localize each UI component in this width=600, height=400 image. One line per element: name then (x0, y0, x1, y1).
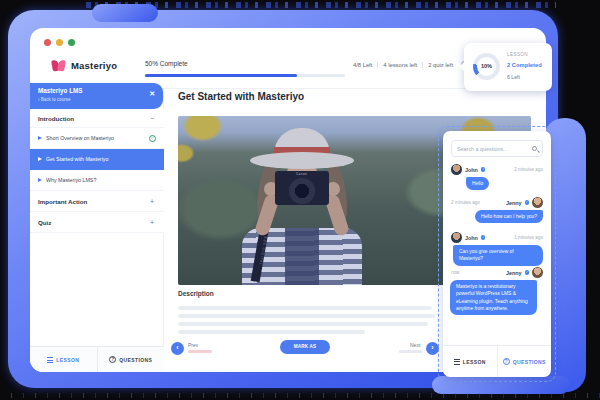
completed-check-icon (149, 135, 156, 142)
question-search (451, 140, 543, 157)
section-label: Important Action (38, 198, 150, 205)
message-time: 1 minutes ago (514, 235, 543, 240)
message-header: now Jenny (451, 267, 543, 278)
header-stats: 4/8 Left 4 lessons left 2 quiz left (348, 61, 468, 68)
stat-quiz-left: 2 quiz left (422, 62, 458, 68)
message-header: John 1 minutes ago (451, 232, 543, 243)
tab-lesson[interactable]: LESSON (443, 346, 497, 377)
tab-questions-label: QUESTIONS (119, 357, 152, 363)
verified-badge-icon (481, 235, 486, 240)
next-label: Next (410, 342, 420, 348)
section-quiz[interactable]: Quiz + (30, 212, 164, 233)
message-bubble: Can you give overview of Masteriyo? (453, 245, 543, 266)
lesson-item-label: Why Masteriyo LMS? (46, 177, 156, 183)
camera-lens (289, 178, 315, 204)
message-time: now (451, 270, 459, 275)
course-title: Masteriyo LMS (38, 87, 82, 94)
course-progress-fill (145, 74, 297, 77)
message-time: 2 minutes ago (451, 200, 480, 205)
lesson-item-label: Get Started with Masteriyo (46, 156, 156, 162)
verified-badge-icon (481, 167, 486, 172)
play-icon (38, 178, 42, 182)
author-name: John (465, 235, 478, 241)
message-bubble: Masteriyo is a revolutionary powerful Wo… (450, 280, 537, 315)
prev-skeleton-line (188, 350, 212, 353)
lesson-icon (47, 357, 53, 363)
section-introduction[interactable]: Introduction − (30, 110, 164, 128)
sidebar-item-short-overview[interactable]: Short Overview on Masteriyo (30, 128, 164, 149)
message-bubble: Hello how can I help you? (475, 210, 543, 223)
sidebar-item-get-started[interactable]: Get Started with Masteriyo (30, 149, 164, 170)
section-label: Introduction (38, 115, 150, 122)
camera-strap: EOS DIGITAL (250, 220, 270, 283)
sidebar-close-icon[interactable]: ✕ (149, 90, 155, 97)
camera: Canon (275, 171, 329, 205)
chat-footer-tabs: LESSON QUESTIONS (443, 345, 551, 377)
description-skeleton-line (178, 330, 365, 334)
camera-brand-label: Canon (275, 171, 329, 177)
sidebar-item-why-masteriyo[interactable]: Why Masteriyo LMS? (30, 170, 164, 191)
traffic-light-close-icon[interactable] (44, 39, 51, 46)
masteriyo-logo: Masteriyo (52, 59, 117, 72)
masteriyo-book-icon (52, 59, 66, 72)
lesson-item-label: Short Overview on Masteriyo (46, 135, 145, 141)
tab-questions-label: QUESTIONS (513, 359, 546, 365)
search-icon[interactable] (532, 146, 537, 151)
message-bubble: Hello (466, 177, 489, 190)
traffic-light-zoom-icon[interactable] (68, 39, 75, 46)
question-icon (109, 356, 116, 363)
avatar (532, 197, 543, 208)
questions-panel: John 2 minutes ago Hello 2 minutes ago J… (438, 126, 556, 382)
search-input[interactable] (457, 141, 529, 156)
course-progress-bar (145, 74, 345, 77)
traffic-light-minimize-icon[interactable] (56, 39, 63, 46)
lesson-progress-popup: 10% LESSON 2 Completed 6 Left (464, 43, 552, 91)
expand-icon[interactable]: + (150, 198, 154, 205)
popup-completed: 2 Completed (507, 62, 542, 68)
author-name: Jenny (506, 200, 522, 206)
mark-as-complete-button[interactable]: MARK AS COMPLETE (280, 340, 330, 354)
verified-badge-icon (525, 270, 530, 275)
avatar (451, 164, 462, 175)
next-skeleton-line (399, 350, 423, 353)
stat-lessons-left: 4 lessons left (377, 62, 422, 68)
prev-button[interactable]: ‹ (171, 342, 184, 355)
progress-donut: 10% (473, 53, 500, 80)
sidebar-footer-tabs: LESSON QUESTIONS (30, 346, 164, 372)
tab-questions[interactable]: QUESTIONS (497, 346, 552, 377)
screenshot-canvas: Masteriyo 50% Complete 4/8 Left 4 lesson… (0, 0, 600, 400)
description-skeleton-line (178, 314, 435, 318)
questions-card: John 2 minutes ago Hello 2 minutes ago J… (443, 131, 551, 377)
course-progress-label: 50% Complete (145, 60, 188, 67)
play-icon (38, 136, 42, 140)
message-time: 2 minutes ago (514, 167, 543, 172)
tab-lesson[interactable]: LESSON (30, 347, 97, 372)
sidebar-course-header: Masteriyo LMS ‹ Back to course ✕ (30, 83, 163, 109)
description-heading: Description (178, 290, 214, 297)
expand-icon[interactable]: + (150, 219, 154, 226)
avatar (451, 232, 462, 243)
tab-questions[interactable]: QUESTIONS (97, 347, 165, 372)
logo-text: Masteriyo (71, 60, 117, 71)
section-important-action[interactable]: Important Action + (30, 191, 164, 212)
frame-blob-top (92, 4, 158, 22)
popup-title: LESSON (507, 52, 528, 57)
collapse-icon[interactable]: − (150, 115, 154, 122)
verified-badge-icon (525, 200, 530, 205)
tab-lesson-label: LESSON (56, 357, 79, 363)
prev-label: Prev (188, 342, 198, 348)
message-header: John 2 minutes ago (451, 164, 543, 175)
description-skeleton-line (178, 322, 428, 326)
section-label: Quiz (38, 219, 150, 226)
course-sidebar: Masteriyo LMS ‹ Back to course ✕ Introdu… (30, 88, 164, 372)
question-icon (503, 358, 510, 365)
back-to-course-link[interactable]: ‹ Back to course (38, 97, 71, 102)
message-header: 2 minutes ago Jenny (451, 197, 543, 208)
description-skeleton-line (178, 306, 432, 310)
avatar (532, 267, 543, 278)
popup-remaining: 6 Left (507, 74, 520, 80)
author-name: John (465, 167, 478, 173)
back-chevron-icon: ‹ (38, 97, 40, 102)
lesson-title: Get Started with Masteriyo (178, 91, 304, 102)
tab-lesson-label: LESSON (463, 359, 486, 365)
